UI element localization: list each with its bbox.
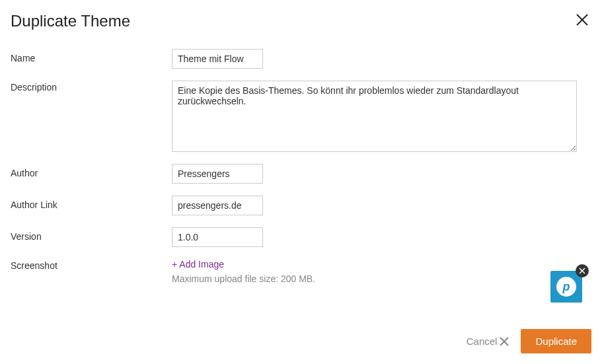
label-name: Name bbox=[11, 49, 172, 63]
label-version: Version bbox=[11, 227, 172, 242]
author-input[interactable] bbox=[172, 164, 263, 184]
description-textarea[interactable]: Eine Kopie des Basis-Themes. So könnt ih… bbox=[172, 81, 577, 152]
author-link-input[interactable] bbox=[172, 196, 263, 215]
help-widget[interactable]: p bbox=[550, 271, 582, 303]
dialog-title: Duplicate Theme bbox=[11, 12, 130, 30]
version-input[interactable] bbox=[172, 227, 263, 247]
add-image-link[interactable]: + Add Image bbox=[172, 259, 315, 270]
dialog-footer: Cancel Duplicate bbox=[467, 329, 591, 353]
cancel-label: Cancel bbox=[467, 336, 498, 347]
close-icon bbox=[576, 13, 589, 26]
dialog-header: Duplicate Theme bbox=[11, 11, 591, 32]
cancel-button[interactable]: Cancel bbox=[467, 336, 509, 347]
row-screenshot: Screenshot + Add Image Maximum upload fi… bbox=[11, 259, 591, 284]
name-input[interactable] bbox=[172, 49, 263, 69]
close-button[interactable] bbox=[573, 11, 591, 32]
screenshot-block: + Add Image Maximum upload file size: 20… bbox=[172, 259, 315, 284]
label-screenshot: Screenshot bbox=[11, 259, 172, 271]
row-version: Version bbox=[11, 227, 591, 247]
row-description: Description Eine Kopie des Basis-Themes.… bbox=[11, 81, 591, 152]
duplicate-button[interactable]: Duplicate bbox=[521, 329, 591, 353]
widget-close-button[interactable] bbox=[576, 264, 589, 277]
row-name: Name bbox=[11, 49, 591, 69]
close-icon bbox=[579, 268, 585, 274]
upload-note: Maximum upload file size: 200 MB. bbox=[172, 273, 315, 284]
label-author: Author bbox=[11, 164, 172, 178]
close-icon bbox=[500, 337, 509, 346]
row-author: Author bbox=[11, 164, 591, 184]
label-description: Description bbox=[11, 81, 172, 92]
label-author-link: Author Link bbox=[11, 196, 172, 210]
row-author-link: Author Link bbox=[11, 196, 591, 215]
widget-letter: p bbox=[556, 277, 576, 297]
